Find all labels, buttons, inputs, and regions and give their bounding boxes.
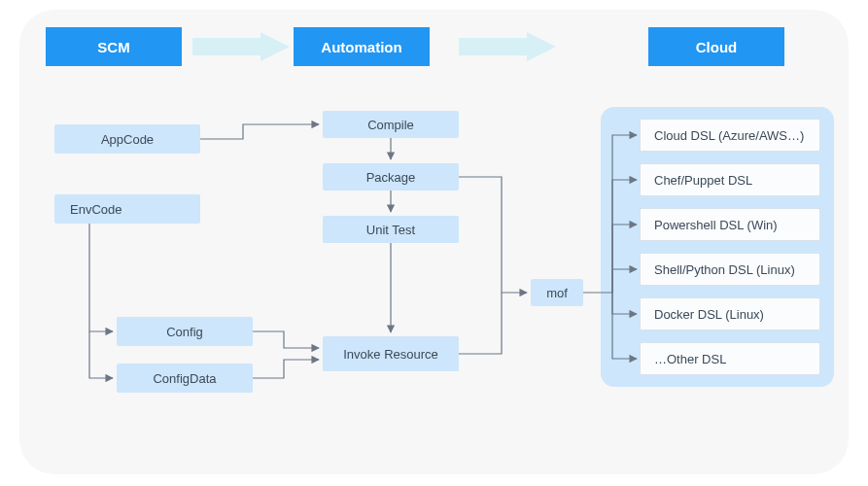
node-package-label: Package xyxy=(366,170,416,185)
cloud-item-label: Docker DSL (Linux) xyxy=(654,307,764,322)
header-scm: SCM xyxy=(46,27,182,66)
cloud-item-label: …Other DSL xyxy=(654,352,726,366)
node-appcode: AppCode xyxy=(54,124,200,154)
cloud-item-label: Cloud DSL (Azure/AWS…) xyxy=(654,128,804,143)
node-compile-label: Compile xyxy=(367,118,414,132)
cloud-item: …Other DSL xyxy=(640,342,820,375)
cloud-panel: Cloud DSL (Azure/AWS…) Chef/Puppet DSL P… xyxy=(601,107,834,387)
node-invoke: Invoke Resource xyxy=(323,336,459,371)
cloud-item-label: Powershell DSL (Win) xyxy=(654,218,778,232)
node-unittest: Unit Test xyxy=(323,216,459,243)
cloud-item: Shell/Python DSL (Linux) xyxy=(640,253,820,286)
header-automation-label: Automation xyxy=(321,39,401,55)
cloud-item: Chef/Puppet DSL xyxy=(640,163,820,196)
node-unittest-label: Unit Test xyxy=(366,223,415,237)
stage-arrow-icon xyxy=(459,32,556,61)
node-config-label: Config xyxy=(166,325,203,339)
header-cloud-label: Cloud xyxy=(696,39,738,55)
stage-arrow-icon xyxy=(192,32,290,61)
diagram-canvas: SCM Automation Cloud AppCode EnvCode Con… xyxy=(19,10,849,474)
node-envcode: EnvCode xyxy=(54,194,200,224)
node-config: Config xyxy=(117,317,253,346)
cloud-item-label: Shell/Python DSL (Linux) xyxy=(654,262,795,277)
node-appcode-label: AppCode xyxy=(101,132,154,147)
node-envcode-label: EnvCode xyxy=(70,202,122,217)
cloud-item: Powershell DSL (Win) xyxy=(640,208,820,241)
cloud-item: Docker DSL (Linux) xyxy=(640,297,820,330)
header-automation: Automation xyxy=(294,27,430,66)
header-scm-label: SCM xyxy=(97,39,129,55)
node-configdata-label: ConfigData xyxy=(153,371,216,386)
header-cloud: Cloud xyxy=(648,27,784,66)
svg-marker-1 xyxy=(459,32,556,61)
node-package: Package xyxy=(323,163,459,191)
cloud-item: Cloud DSL (Azure/AWS…) xyxy=(640,119,820,152)
node-mof: mof xyxy=(531,279,583,306)
cloud-item-label: Chef/Puppet DSL xyxy=(654,173,752,188)
svg-marker-0 xyxy=(192,32,290,61)
node-configdata: ConfigData xyxy=(117,364,253,393)
node-invoke-label: Invoke Resource xyxy=(343,347,438,362)
node-mof-label: mof xyxy=(546,286,568,300)
node-compile: Compile xyxy=(323,111,459,138)
